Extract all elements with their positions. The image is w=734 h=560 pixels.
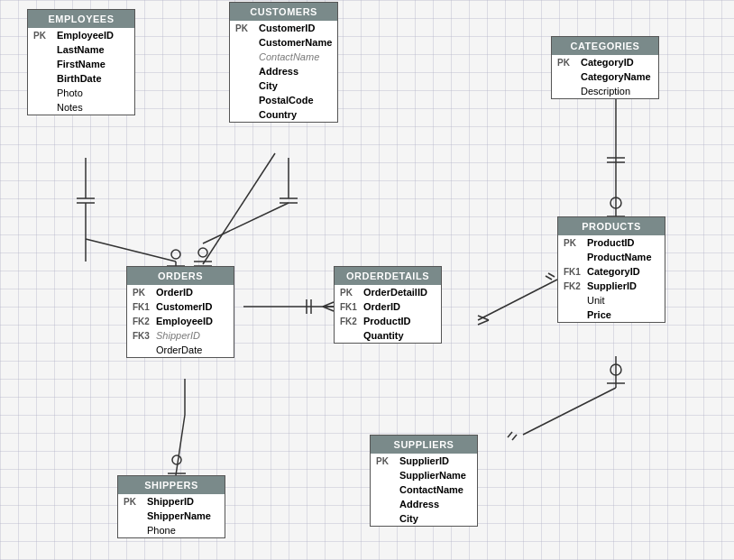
row-field: SupplierID [587,280,637,291]
row-field: ProductName [587,252,652,262]
row-field: City [259,80,278,91]
svg-line-38 [508,432,512,437]
table-categories-header: CATEGORIES [552,37,658,55]
table-row: CustomerName [230,35,337,50]
table-orders-body: PKOrderIDFK1CustomerIDFK2EmployeeIDFK3Sh… [127,285,234,357]
row-key: FK1 [340,302,363,312]
table-row: PKOrderDetailID [335,285,441,299]
svg-point-31 [610,197,621,208]
table-row: Country [230,107,337,122]
table-shippers-header: SHIPPERS [118,476,225,494]
row-field: ShipperName [147,510,211,521]
svg-line-16 [203,153,275,264]
row-field: CategoryID [581,57,634,68]
table-row: Photo [28,86,134,100]
table-row: Phone [118,523,225,537]
table-row: Notes [28,100,134,115]
table-employees: EMPLOYEESPKEmployeeIDLastNameFirstNameBi… [27,9,135,115]
row-field: CustomerName [259,37,332,48]
table-row: Quantity [335,328,441,343]
svg-line-12 [203,203,289,243]
row-field: Address [399,499,439,510]
svg-point-35 [610,364,621,375]
row-field: EmployeeID [156,316,213,326]
table-row: FK2SupplierID [558,279,665,293]
table-categories: CATEGORIESPKCategoryIDCategoryNameDescri… [551,36,659,99]
row-field: Quantity [363,330,404,341]
row-field: OrderDetailID [363,287,427,298]
svg-line-20 [323,302,334,307]
row-key: PK [235,23,259,33]
row-field: FirstName [57,59,106,69]
svg-point-41 [172,455,181,464]
row-field: Address [259,66,298,77]
table-row: Address [371,497,477,511]
row-field: Price [587,309,611,320]
table-row: FK2EmployeeID [127,314,234,328]
table-orders-header: ORDERS [127,267,234,285]
svg-line-34 [523,388,616,435]
row-field: EmployeeID [57,30,114,41]
row-key: PK [376,456,399,466]
row-field: CustomerID [259,23,315,33]
table-suppliers-body: PKSupplierIDSupplierNameContactNameAddre… [371,454,477,526]
table-row: PKOrderID [127,285,234,299]
row-field: PostalCode [259,95,314,106]
table-suppliers-header: SUPPLIERS [371,436,477,454]
row-field: Unit [587,295,605,306]
svg-line-26 [546,276,552,280]
row-field: SupplierName [399,470,466,481]
table-row: FK1CategoryID [558,264,665,279]
row-field: CustomerID [156,301,212,312]
table-orderdetails: ORDERDETAILSPKOrderDetailIDFK1OrderIDFK2… [334,266,442,344]
table-row: BirthDate [28,71,134,86]
row-field: ContactName [259,51,319,62]
table-orderdetails-body: PKOrderDetailIDFK1OrderIDFK2ProductIDQua… [335,285,441,343]
row-key: FK3 [133,331,156,341]
table-row: ProductName [558,250,665,264]
row-field: Phone [147,525,176,536]
svg-line-25 [478,320,489,325]
row-field: ProductID [587,237,635,248]
row-key: FK2 [340,317,363,326]
table-suppliers: SUPPLIERSPKSupplierIDSupplierNameContact… [370,435,478,527]
row-field: OrderID [156,287,193,298]
table-row: SupplierName [371,468,477,482]
row-field: ShipperID [147,496,194,507]
table-row: Unit [558,293,665,308]
svg-line-4 [86,239,176,262]
table-row: Price [558,308,665,322]
row-key: FK2 [133,317,156,326]
table-employees-header: EMPLOYEES [28,10,134,28]
table-shippers-body: PKShipperIDShipperNamePhone [118,494,225,537]
table-row: City [230,78,337,93]
table-row: PKEmployeeID [28,28,134,42]
table-row: PKCustomerID [230,21,337,35]
row-field: CategoryName [581,71,651,82]
table-row: PKCategoryID [552,55,658,69]
svg-line-27 [548,273,555,277]
row-key: PK [564,238,587,248]
table-row: Description [552,84,658,98]
table-products-header: PRODUCTS [558,217,665,235]
row-key: PK [124,497,147,507]
table-row: ContactName [230,50,337,64]
row-field: CategoryID [587,266,640,277]
table-customers: CUSTOMERSPKCustomerIDCustomerNameContact… [229,2,338,123]
row-key: FK1 [564,267,587,277]
table-orderdetails-header: ORDERDETAILS [335,267,441,285]
row-field: BirthDate [57,73,102,84]
table-row: PostalCode [230,93,337,107]
svg-line-24 [478,316,489,320]
table-customers-header: CUSTOMERS [230,3,337,21]
table-customers-body: PKCustomerIDCustomerNameContactNameAddre… [230,21,337,122]
table-categories-body: PKCategoryIDCategoryNameDescription [552,55,658,98]
row-field: SupplierID [399,455,449,466]
row-field: ContactName [399,484,463,495]
svg-point-13 [198,248,207,257]
svg-line-23 [478,280,557,320]
svg-point-7 [171,250,180,259]
row-key: PK [33,31,57,41]
row-field: Description [581,86,630,96]
row-key: FK1 [133,302,156,312]
